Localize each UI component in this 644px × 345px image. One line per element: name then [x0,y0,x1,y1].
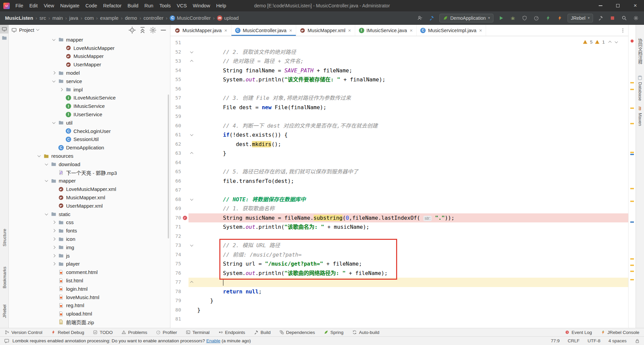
bottom-tab-event-log[interactable]: Event Log [565,330,592,335]
code-line-52[interactable]: 52// 2. 获取该文件的绝对路径 [170,48,628,57]
toolbar-profiler-gauge-button[interactable] [532,14,540,22]
editor-tab-MusicMapper.xml[interactable]: MusicMapper.xml× [296,25,355,36]
tree-chevron-closed-icon[interactable] [51,263,57,265]
toolbar-run-button[interactable] [497,14,505,22]
tree-item-model[interactable]: model [9,69,170,77]
hide-panel-button[interactable] [159,26,167,34]
code-line-54[interactable]: 54String finalName = SAVE_PATH + fileNam… [170,66,628,75]
menu-run[interactable]: Run [142,0,157,11]
code-line-63[interactable]: 63} [170,149,628,158]
panel-settings-button[interactable] [149,26,157,34]
code-line-74[interactable]: 74// 前缀: /music/get?path= [170,250,628,260]
tree-item-css[interactable]: css [9,218,170,227]
bottom-tab-profiler[interactable]: Profiler [156,330,177,335]
bottom-tab-auto-build[interactable]: Auto-build [352,330,379,335]
tree-chevron-open-icon[interactable] [44,180,49,182]
stripe-mark[interactable] [630,258,634,260]
tree-chevron-open-icon[interactable] [51,39,57,41]
toolwindow-button-Bookmarks[interactable]: Bookmarks [2,267,7,288]
tree-item-comment.html[interactable]: comment.html [9,268,170,276]
tree-item-SessionUtil[interactable]: CSessionUtil [9,135,170,144]
breadcrumb-item-main[interactable]: main [51,15,64,21]
code-line-59[interactable]: 59 [170,112,628,121]
tree-item-UserMapper.xml[interactable]: UserMapper.xml [9,202,170,210]
code-line-61[interactable]: 61if(!dest.exists()) { [170,130,628,140]
tree-item-download[interactable]: download [9,160,170,168]
tree-item-list.html[interactable]: list.html [9,276,170,285]
tree-item-service[interactable]: service [9,77,170,85]
tab-options-icon[interactable] [620,28,626,33]
toolbar-hammer-blue-button[interactable] [428,14,436,22]
stripe-mark[interactable] [630,82,634,83]
menu-window[interactable]: Window [190,0,213,11]
stripe-mark[interactable] [630,108,634,109]
code-line-51[interactable]: 51 [170,38,628,48]
bottom-tab-problems[interactable]: Problems [121,330,147,335]
collapse-all-button[interactable] [139,26,147,34]
tree-chevron-open-icon[interactable] [44,213,49,215]
stripe-mark[interactable] [630,154,634,155]
toolbar-search-button[interactable] [620,14,628,22]
stripe-mark[interactable] [630,152,634,153]
close-icon[interactable]: × [289,27,292,33]
code-line-67[interactable]: 67 [170,186,628,195]
toolbar-hammer-gray-button[interactable] [597,14,605,22]
menu-edit[interactable]: Edit [26,0,41,11]
tree-chevron-closed-icon[interactable] [51,221,57,223]
fold-marker[interactable] [189,130,195,140]
breadcrumb-item-controller[interactable]: controller [143,15,165,21]
stripe-mark[interactable] [630,89,634,90]
tree-item-js[interactable]: js [9,252,170,260]
code-line-65[interactable]: 65// 5. 路径已经存在的话,我们就可以保存到服务器中了 [170,167,628,177]
stripe-mark[interactable] [631,40,634,43]
status-item-4-spaces[interactable]: 4 spaces [608,338,627,343]
tree-item-img[interactable]: img [9,243,170,252]
tree-item-mapper[interactable]: mapper [9,36,170,44]
stripe-mark[interactable] [630,123,634,124]
run-config-combo[interactable]: DemoApplication▾ [439,14,493,22]
menu-tools[interactable]: Tools [156,0,174,11]
tree-item-util[interactable]: util [9,119,170,127]
code-line-56[interactable]: 56 [170,84,628,94]
code-line-73[interactable]: 73// 2. 模拟 URL 路径 [170,241,628,250]
close-icon[interactable]: × [348,27,351,33]
fold-marker[interactable] [189,149,195,158]
next-warning-icon[interactable] [615,40,618,43]
bottom-tab-version-control[interactable]: Version Control [5,330,42,335]
locate-file-button[interactable] [128,26,136,34]
breakpoint-icon[interactable]: ✔ [183,216,187,220]
tree-item-前端页面.zip[interactable]: 前端页面.zip [9,318,170,326]
tree-item-upload.html[interactable]: upload.html [9,309,170,318]
code-line-60[interactable]: 60// 4. 判断一下 dest 对应的文件夹是否存在,不存在就去创建 [170,121,628,131]
toolbar-coverage-shield-button[interactable] [521,14,529,22]
enable-link[interactable]: Enable [206,338,220,343]
error-stripe[interactable] [628,25,636,328]
close-icon[interactable]: × [479,27,482,33]
menu-code[interactable]: Code [83,0,100,11]
code-line-70[interactable]: 70✔String musicName = fileName.substring… [170,213,628,223]
tree-item-resources[interactable]: resources [9,152,170,160]
editor-tab-IMusicService.java[interactable]: IIMusicService.java× [355,25,417,36]
code-line-68[interactable]: 68// NOTE: 将数据保存在数据库中 [170,195,628,204]
code-line-66[interactable]: 66file.transferTo(dest); [170,177,628,186]
tree-chevron-open-icon[interactable] [51,122,57,124]
tree-chevron-open-icon[interactable] [44,163,49,165]
project-toolwindow-button[interactable] [0,25,9,33]
menu-refactor[interactable]: Refactor [100,0,124,11]
toolbar-settings-gear-button[interactable] [632,14,640,22]
toolwindow-button-Database[interactable]: Database [637,75,643,101]
tree-item-ILoveMusicService[interactable]: IILoveMusicService [9,94,170,102]
tree-chevron-closed-icon[interactable] [51,246,57,249]
bottom-tab-rebel-debug[interactable]: Rebel Debug [51,330,84,335]
toolwindow-button-协同文档注释[interactable]: 协同文档注释 [637,38,643,64]
code-line-76[interactable]: 76System.out.println("该歌曲的网络路径为: " + fil… [170,269,628,278]
status-item-CRLF[interactable]: CRLF [568,338,579,343]
tree-item-MusicMapper[interactable]: MusicMapper [9,52,170,61]
code-line-64[interactable]: 64 [170,158,628,167]
toolbar-jrebel-debug-bolt-button[interactable] [556,14,564,22]
fold-marker[interactable] [189,57,195,66]
code-line-53[interactable]: 53// 绝对路径 = 路径 + 文件名; [170,57,628,66]
fold-marker[interactable] [189,48,195,57]
tree-chevron-closed-icon[interactable] [51,72,57,74]
breadcrumb-item-upload[interactable]: mupload [216,15,240,21]
